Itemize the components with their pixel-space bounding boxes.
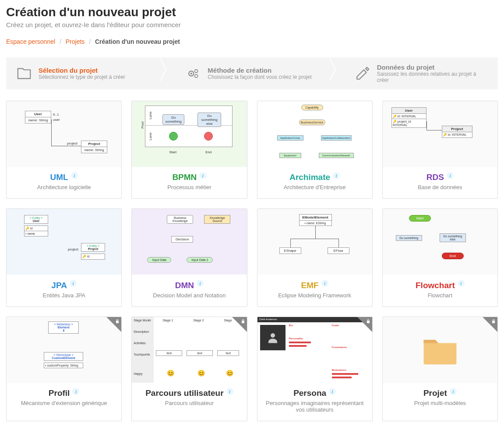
card-uml[interactable]: User name: String Project name: String 0… (6, 101, 122, 199)
wizard-desc: Saisissez les données relatives au proje… (377, 71, 489, 83)
wizard-title: Méthode de création (208, 67, 311, 74)
preview-label: name: String (81, 147, 107, 153)
svg-point-3 (195, 74, 198, 78)
wizard-step-selection[interactable]: Sélection du projet Sélectionnez le type… (6, 57, 159, 89)
card-preview: Pool Lane Lane Do something Do something… (132, 101, 247, 167)
wizard-step-method[interactable]: Méthode de création Choisissez la façon … (159, 57, 328, 89)
preview-label: Happy (134, 372, 142, 375)
preview-label: Input Data 2 (187, 257, 213, 263)
breadcrumb-separator: / (89, 38, 91, 45)
preview-label: text (217, 350, 239, 356)
preview-label: Pool (141, 121, 145, 128)
preview-label: Motivations (332, 369, 346, 371)
card-title: Flowchart (416, 281, 455, 290)
card-rds[interactable]: User 🔑 id: INTERVAL 🔑 project_id: INTERV… (382, 101, 498, 199)
edit-icon (355, 66, 370, 81)
page-subtitle: Créez un projet, et ouvrez-le dans l'édi… (6, 21, 498, 28)
svg-point-2 (195, 69, 198, 72)
info-icon[interactable]: i (71, 172, 78, 179)
preview-label: Do something else (440, 233, 466, 242)
preview-label: Project (88, 142, 100, 146)
lock-icon (106, 317, 121, 332)
card-jpa[interactable]: « Entity »User 🔑 id ▪ name « Entity »Pro… (6, 208, 122, 307)
preview-label: « Entity » (87, 244, 99, 247)
wizard-title: Données du projet (377, 63, 489, 71)
lock-icon (357, 317, 372, 332)
card-parcours[interactable]: Stage Model Stage 1 Stage 2 Stage Descri… (131, 317, 247, 421)
info-icon[interactable]: i (447, 172, 454, 179)
card-bpmn[interactable]: Pool Lane Lane Do something Do something… (131, 101, 247, 199)
card-dmn[interactable]: Business Knowledge Knowledge Source Deci… (131, 208, 247, 307)
preview-label: 0..1 (53, 113, 59, 116)
card-preview: Start Do something Do something else End (383, 209, 497, 275)
preview-label: text (187, 350, 213, 356)
info-icon[interactable]: i (72, 388, 79, 395)
preview-label: Decision (171, 236, 193, 243)
info-icon[interactable]: i (226, 388, 233, 395)
preview-label: « Entity » (30, 216, 42, 219)
card-desc: Base de données (387, 184, 493, 190)
card-projet[interactable]: Projeti Projet multi-modèles (382, 317, 498, 421)
preview-label: Description (134, 330, 149, 333)
info-icon[interactable]: i (458, 280, 465, 287)
preview-label: Do something else (197, 113, 221, 127)
card-title: Archimate (289, 173, 330, 182)
wizard-step-data[interactable]: Données du projet Saisissez les données … (329, 57, 498, 89)
preview-label: Stage 2 (193, 319, 204, 322)
folder-icon (420, 333, 460, 366)
preview-label: EModelElement (302, 215, 328, 219)
card-profil[interactable]: « Metaclass »Element⧗ « Stereotype »Cust… (6, 317, 122, 421)
preview-label: project (68, 247, 78, 251)
preview-label: Goals (332, 324, 339, 327)
folder-icon (17, 66, 32, 81)
card-desc: Decision Model and Notation (136, 292, 242, 299)
lock-icon (232, 317, 247, 332)
card-flowchart[interactable]: Start Do something Do something else End… (382, 208, 498, 307)
preview-label: Start (409, 215, 431, 222)
info-icon[interactable]: i (329, 388, 336, 395)
breadcrumb-separator: / (60, 38, 61, 45)
preview-label: text (156, 350, 182, 356)
preview-label: name: String (25, 117, 51, 123)
preview-label: user (53, 118, 60, 122)
card-persona[interactable]: Clark Anderson Bio Personality Goals Fru… (257, 317, 373, 421)
card-title: Parcours utilisateur (145, 388, 223, 398)
info-icon[interactable]: i (70, 280, 77, 287)
preview-label: Frustrations (332, 346, 347, 349)
card-title: Persona (293, 388, 326, 398)
card-desc: Architecture logicielle (11, 184, 117, 190)
info-icon[interactable]: i (321, 280, 328, 287)
info-icon[interactable]: i (197, 280, 204, 287)
preview-label: User (405, 109, 413, 113)
card-title: DMN (175, 281, 194, 290)
preview-label: Lane (149, 112, 153, 120)
wizard-desc: Sélectionnez le type de projet à créer (39, 74, 125, 80)
preview-label: Start (169, 150, 176, 154)
preview-label: CommunicationNetwork (319, 153, 354, 158)
info-icon[interactable]: i (450, 388, 457, 395)
preview-label: Element (57, 326, 69, 329)
card-emf[interactable]: EModelElement ▪ name: EString EShape EFl… (257, 208, 373, 307)
card-preview: User 🔑 id: INTERVAL 🔑 project_id: INTERV… (383, 101, 497, 167)
preview-label: Activities (134, 342, 146, 345)
info-icon[interactable]: i (199, 172, 206, 179)
preview-label: Input Data (147, 257, 171, 263)
preview-label: Stage (224, 319, 232, 322)
preview-label: EShape (279, 247, 301, 254)
card-preview: Stage Model Stage 1 Stage 2 Stage Descri… (132, 317, 247, 383)
preview-label: ApplicationComp (277, 135, 303, 141)
breadcrumb-link-projets[interactable]: Projets (66, 38, 85, 45)
card-archimate[interactable]: Capability BusinessService ApplicationCo… (257, 101, 373, 199)
card-title: UML (50, 173, 68, 182)
preview-label: Personality (289, 337, 303, 340)
preview-label: Project (88, 247, 99, 250)
preview-label: User (34, 112, 42, 116)
card-preview: Clark Anderson Bio Personality Goals Fru… (257, 317, 372, 383)
wizard-steps: Sélection du projet Sélectionnez le type… (6, 57, 498, 89)
breadcrumb: Espace personnel / Projets / Création d'… (6, 38, 498, 45)
card-desc: Eclipse Modeling Framework (262, 292, 368, 299)
info-icon[interactable]: i (333, 172, 340, 179)
preview-label: name: EString (307, 222, 326, 225)
breadcrumb-link-espace[interactable]: Espace personnel (6, 38, 55, 45)
preview-label: Project (451, 127, 463, 131)
